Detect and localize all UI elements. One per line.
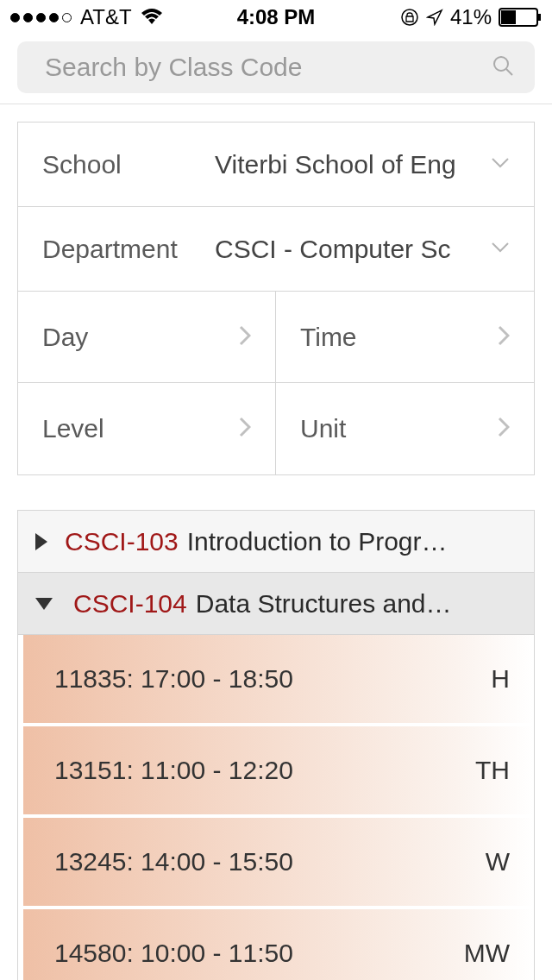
course-code: CSCI-104 <box>73 589 187 619</box>
section-row[interactable]: 14580: 10:00 - 11:50 MW <box>23 909 534 980</box>
section-day: H <box>491 664 510 694</box>
section-time: 11835: 17:00 - 18:50 <box>54 664 293 694</box>
department-value: CSCI - Computer Sc <box>215 235 480 264</box>
course-row-csci-103[interactable]: CSCI-103 Introduction to Progr… <box>18 511 534 573</box>
orientation-lock-icon <box>400 8 419 27</box>
svg-line-5 <box>506 69 512 75</box>
location-icon <box>426 9 443 26</box>
section-day: TH <box>475 756 510 785</box>
clock: 4:08 PM <box>237 5 316 29</box>
course-title: Data Structures and… <box>196 589 452 619</box>
chevron-down-icon <box>491 242 510 257</box>
school-label: School <box>42 150 215 179</box>
triangle-right-icon <box>35 533 47 550</box>
search-icon <box>492 54 514 80</box>
day-label: Day <box>42 323 88 352</box>
section-row[interactable]: 13151: 11:00 - 12:20 TH <box>23 726 534 818</box>
chevron-right-icon <box>498 417 510 441</box>
status-bar: AT&T 4:08 PM 41% <box>0 0 552 35</box>
section-row[interactable]: 11835: 17:00 - 18:50 H <box>23 635 534 726</box>
course-code: CSCI-103 <box>65 527 179 556</box>
unit-filter[interactable]: Unit <box>276 383 534 474</box>
section-time: 14580: 10:00 - 11:50 <box>54 939 293 968</box>
department-label: Department <box>42 235 215 264</box>
divider <box>0 104 552 104</box>
section-row[interactable]: 13245: 14:00 - 15:50 W <box>23 818 534 909</box>
day-filter[interactable]: Day <box>18 292 276 383</box>
level-label: Level <box>42 414 104 443</box>
search-input[interactable]: Search by Class Code <box>17 41 535 93</box>
course-row-csci-104[interactable]: CSCI-104 Data Structures and… <box>18 573 534 635</box>
wifi-icon <box>141 9 163 26</box>
search-placeholder: Search by Class Code <box>45 53 302 82</box>
chevron-right-icon <box>498 325 510 349</box>
department-select[interactable]: Department CSCI - Computer Sc <box>18 207 534 292</box>
section-time: 13245: 14:00 - 15:50 <box>54 847 293 876</box>
battery-icon <box>499 8 542 27</box>
chevron-down-icon <box>491 157 510 173</box>
time-label: Time <box>300 323 357 352</box>
carrier-label: AT&T <box>80 5 132 29</box>
school-value: Viterbi School of Eng <box>215 150 480 179</box>
status-left: AT&T <box>10 5 163 29</box>
level-filter[interactable]: Level <box>18 383 276 474</box>
course-list: CSCI-103 Introduction to Progr… CSCI-104… <box>17 510 535 980</box>
svg-point-0 <box>402 9 417 25</box>
svg-point-4 <box>494 57 508 71</box>
chevron-right-icon <box>239 417 251 441</box>
svg-rect-3 <box>538 14 541 21</box>
svg-rect-2 <box>501 10 516 24</box>
section-time: 13151: 11:00 - 12:20 <box>54 756 293 785</box>
unit-label: Unit <box>300 414 346 443</box>
signal-strength-icon <box>10 13 72 22</box>
course-title: Introduction to Progr… <box>187 527 448 556</box>
battery-percent: 41% <box>450 5 492 29</box>
status-right: 41% <box>400 5 542 29</box>
school-select[interactable]: School Viterbi School of Eng <box>18 122 534 207</box>
triangle-down-icon <box>35 598 53 610</box>
section-day: MW <box>464 939 510 968</box>
chevron-right-icon <box>239 325 251 349</box>
section-day: W <box>486 847 510 876</box>
time-filter[interactable]: Time <box>276 292 534 383</box>
filters-panel: School Viterbi School of Eng Department … <box>17 122 535 475</box>
